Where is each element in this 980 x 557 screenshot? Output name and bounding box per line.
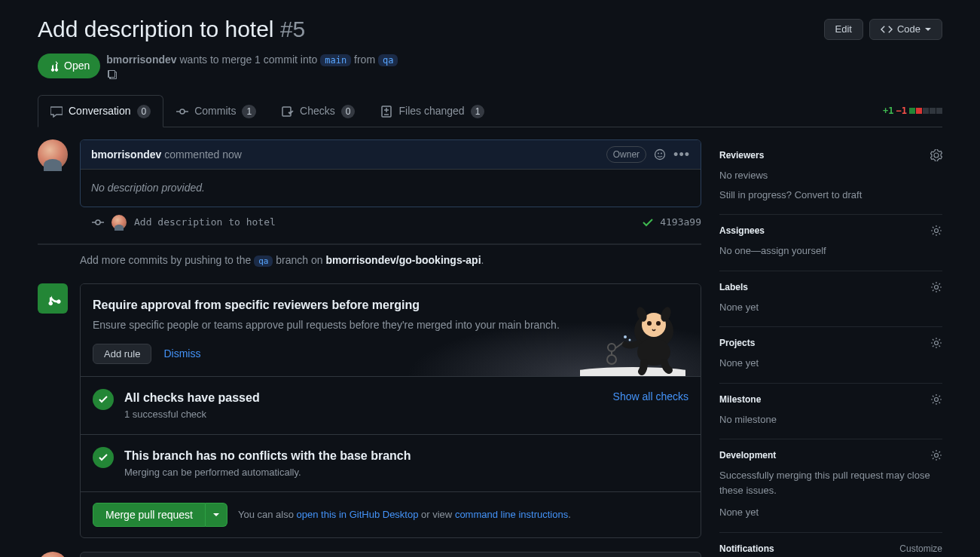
svg-point-17 [624,335,627,338]
no-conflicts-title: This branch has no conflicts with the ba… [124,447,688,465]
pr-title: Add description to hotel [38,17,274,41]
diffstat: +1 −1 [883,104,942,118]
milestone-text: No milestone [719,412,942,427]
svg-point-23 [935,454,939,458]
merge-hint: You can also open this in GitHub Desktop… [238,507,571,522]
tab-checks[interactable]: Checks 0 [269,95,368,127]
caret-down-icon [925,26,931,32]
svg-rect-1 [282,107,291,116]
cli-link[interactable]: command line instructions [455,509,568,520]
checks-passed-title: All checks have passed [124,389,603,407]
checks-passed-sub: 1 successful check [124,407,603,422]
merge-button[interactable]: Merge pull request [93,503,206,527]
development-text: Successfully merging this pull request m… [719,468,942,497]
add-rule-button[interactable]: Add rule [93,344,151,364]
base-branch[interactable]: main [320,54,351,66]
no-conflicts-sub: Merging can be performed automatically. [124,465,688,480]
comment-box: bmorrisondev commented now Owner ••• No … [80,139,701,207]
svg-point-6 [96,220,100,225]
checklist-icon [282,106,294,118]
author-link[interactable]: bmorrisondev [106,54,176,66]
svg-point-7 [580,367,685,376]
labels-text: None yet [719,300,942,315]
svg-point-3 [655,150,665,160]
milestone-title: Milestone [719,393,761,406]
svg-point-4 [658,153,659,155]
merge-panel: Require approval from specific reviewers… [80,283,701,538]
convert-draft-link[interactable]: Still in progress? Convert to draft [719,188,942,203]
edit-button[interactable]: Edit [824,19,863,40]
customize-link[interactable]: Customize [899,542,942,555]
mini-avatar[interactable] [111,215,127,230]
comment-icon [50,106,63,118]
svg-point-19 [935,229,939,233]
file-diff-icon [380,106,392,118]
commit-sha[interactable]: 4193a99 [660,215,701,230]
comment-author[interactable]: bmorrisondev [91,148,161,161]
files-count: 1 [471,105,485,118]
notifications-title: Notifications [719,542,774,555]
check-icon[interactable] [642,216,654,228]
projects-title: Projects [719,336,755,350]
svg-point-20 [935,285,939,289]
svg-point-18 [629,339,631,341]
labels-title: Labels [719,280,748,294]
kebab-icon[interactable]: ••• [673,148,690,161]
emoji-icon[interactable] [654,148,666,161]
dismiss-link[interactable]: Dismiss [163,346,200,362]
svg-point-21 [935,341,939,345]
development-none: None yet [719,505,942,520]
reviewers-title: Reviewers [719,148,764,162]
merge-dropdown[interactable] [206,503,227,527]
merge-icon [38,283,68,314]
avatar[interactable] [38,139,68,170]
commits-count: 1 [242,105,256,118]
gear-icon[interactable] [930,393,942,406]
caret-down-icon [213,512,219,518]
gear-icon[interactable] [930,281,942,293]
development-title: Development [719,448,776,462]
checks-count: 0 [341,105,356,118]
svg-point-22 [935,397,939,401]
head-branch[interactable]: qa [378,54,398,66]
check-circle-icon [93,447,114,468]
commit-icon [176,106,188,118]
check-circle-icon [93,389,114,410]
conversation-count: 0 [137,105,151,118]
assignees-text[interactable]: No one—assign yourself [719,243,942,259]
pr-number: #5 [280,17,305,41]
tab-files[interactable]: Files changed 1 [368,95,497,127]
show-checks-link[interactable]: Show all checks [613,389,688,405]
pr-open-icon [48,60,60,72]
new-comment-box[interactable] [80,552,701,557]
commit-message[interactable]: Add description to hotel [134,215,276,230]
desktop-link[interactable]: open this in GitHub Desktop [297,509,419,520]
copy-icon[interactable] [106,68,401,80]
state-badge: Open [38,54,100,78]
comment-time: commented now [164,148,242,161]
merge-description: bmorrisondev wants to merge 1 commit int… [106,52,401,80]
code-button[interactable]: Code [869,19,942,40]
gear-icon[interactable] [930,225,942,237]
avatar[interactable] [38,552,68,557]
owner-badge: Owner [606,146,646,163]
projects-text: None yet [719,356,942,371]
tab-conversation[interactable]: Conversation 0 [38,95,163,127]
svg-point-0 [180,109,185,114]
comment-body: No description provided. [81,170,701,207]
gear-icon[interactable] [930,149,942,161]
gear-icon[interactable] [930,337,942,349]
reviewers-text: No reviews [719,168,942,183]
tab-commits[interactable]: Commits 1 [163,95,269,127]
assignees-title: Assignees [719,224,765,237]
commit-dot-icon [92,216,104,228]
svg-point-5 [661,153,662,155]
promo-sub: Ensure specific people or teams approve … [93,317,688,333]
gear-icon[interactable] [930,449,942,461]
promo-title: Require approval from specific reviewers… [93,296,688,314]
push-hint: Add more commits by pushing to the qa br… [38,243,701,283]
code-icon [881,23,893,35]
commit-row: Add description to hotel 4193a99 [38,207,701,237]
